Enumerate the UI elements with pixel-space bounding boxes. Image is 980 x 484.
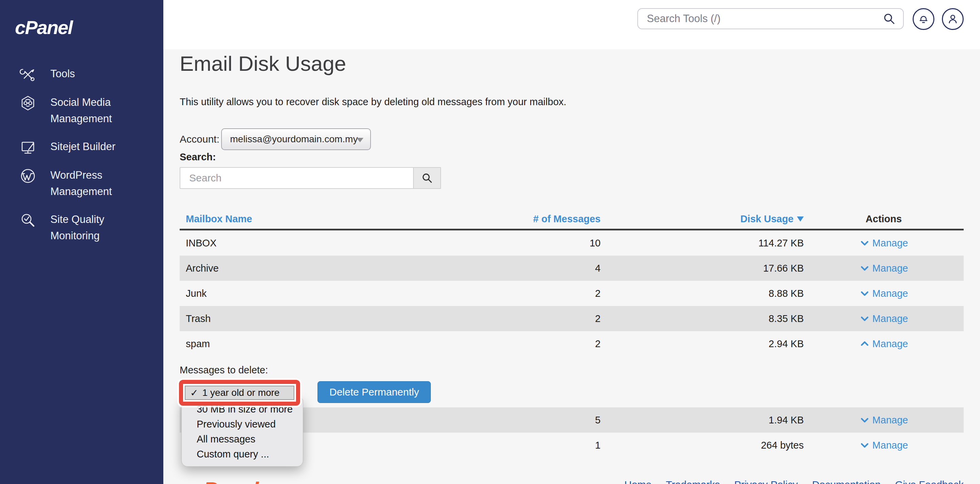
messages-to-delete-select[interactable]: ✓ 1 year old or more	[185, 385, 294, 400]
mailbox-search	[180, 167, 441, 189]
sidebar: cPanel Tools Social Media Management Sit…	[0, 0, 163, 484]
sidebar-nav: Tools Social Media Management Sitejet Bu…	[0, 66, 163, 244]
delete-permanently-button[interactable]: Delete Permanently	[318, 381, 431, 403]
tools-icon	[20, 66, 37, 83]
sidebar-item-label: WordPress Management	[50, 167, 135, 200]
mailbox-search-input[interactable]	[180, 167, 414, 189]
annotation-highlight-box: ✓ 1 year old or more	[179, 380, 300, 406]
bell-icon	[917, 13, 930, 25]
manage-link-expanded[interactable]: Manage	[859, 338, 908, 350]
sort-messages[interactable]: # of Messages	[533, 213, 601, 224]
sidebar-item-wordpress[interactable]: WordPress Management	[20, 167, 151, 200]
option-all-messages[interactable]: All messages	[182, 431, 303, 447]
sidebar-item-label: Tools	[50, 66, 75, 83]
topbar	[163, 0, 980, 49]
chevron-down-icon	[859, 415, 870, 425]
manage-link[interactable]: Manage	[859, 440, 908, 451]
footer-link-give-feedback[interactable]: Give Feedback	[895, 479, 964, 484]
manage-link[interactable]: Manage	[859, 415, 908, 426]
chevron-down-icon	[859, 263, 870, 273]
footer-cpanel-logo: cPanel	[192, 478, 258, 484]
selected-option-label: 1 year old or more	[202, 387, 279, 398]
footer-link-privacy-policy[interactable]: Privacy Policy	[734, 479, 798, 484]
page-description: This utility allows you to recover disk …	[180, 96, 566, 108]
search-icon	[421, 172, 433, 184]
table-header-row: Mailbox Name # of Messages Disk Usage Ac…	[180, 209, 964, 231]
table-row: Archive 4 17.66 KB Manage	[180, 256, 964, 281]
manage-link[interactable]: Manage	[859, 263, 908, 274]
manage-link[interactable]: Manage	[859, 313, 908, 324]
footer-link-trademarks[interactable]: Trademarks	[666, 479, 720, 484]
social-media-icon	[20, 94, 37, 111]
chevron-down-icon	[859, 440, 870, 450]
table-row-spam-expanded: spam 2 2.94 KB Manage	[180, 331, 964, 357]
sidebar-item-social-media[interactable]: Social Media Management	[20, 94, 151, 127]
sidebar-item-site-quality[interactable]: Site Quality Monitoring	[20, 211, 151, 244]
actions-header: Actions	[804, 213, 964, 224]
sitejet-builder-icon	[20, 139, 37, 156]
footer-link-documentation[interactable]: Documentation	[812, 479, 881, 484]
search-label: Search:	[180, 151, 216, 163]
tools-search	[637, 8, 904, 29]
footer-link-home[interactable]: Home	[624, 479, 652, 484]
sidebar-item-tools[interactable]: Tools	[20, 66, 151, 83]
table-row: INBOX 10 114.27 KB Manage	[180, 231, 964, 256]
manage-link[interactable]: Manage	[859, 237, 908, 249]
cpanel-logo: cPanel	[15, 16, 163, 38]
footer-links: Home Trademarks Privacy Policy Documenta…	[624, 479, 964, 484]
tools-search-input[interactable]	[638, 13, 883, 25]
chevron-down-icon	[356, 138, 363, 142]
user-icon	[947, 13, 959, 25]
manage-link[interactable]: Manage	[859, 288, 908, 299]
mailbox-search-button[interactable]	[414, 167, 441, 189]
wordpress-icon	[20, 167, 37, 184]
checkmark-icon: ✓	[190, 387, 198, 398]
page-title: Email Disk Usage	[180, 51, 346, 76]
account-select-value: melissa@yourdomain.com.my	[230, 134, 358, 145]
account-label: Account:	[180, 134, 220, 145]
account-select[interactable]: melissa@yourdomain.com.my	[221, 128, 371, 150]
chevron-down-icon	[859, 314, 870, 324]
messages-to-delete-label: Messages to delete:	[180, 365, 268, 376]
chevron-down-icon	[859, 238, 870, 248]
site-quality-icon	[20, 211, 37, 228]
sidebar-item-sitejet[interactable]: Sitejet Builder	[20, 139, 151, 156]
table-row: Trash 2 8.35 KB Manage	[180, 306, 964, 331]
chevron-up-icon	[859, 339, 870, 349]
account-button[interactable]	[942, 8, 964, 30]
sidebar-item-label: Social Media Management	[50, 94, 135, 127]
sort-mailbox-name[interactable]: Mailbox Name	[186, 213, 252, 224]
sort-descending-icon	[797, 217, 804, 222]
table-row: Junk 2 8.88 KB Manage	[180, 281, 964, 306]
option-previously-viewed[interactable]: Previously viewed	[182, 417, 303, 431]
select-options-dropdown: 30 MB in size or more Previously viewed …	[181, 398, 303, 466]
search-icon[interactable]	[883, 12, 896, 25]
sidebar-item-label: Sitejet Builder	[50, 139, 115, 156]
chevron-down-icon	[859, 288, 870, 298]
sidebar-item-label: Site Quality Monitoring	[50, 211, 135, 244]
main-content: Email Disk Usage This utility allows you…	[163, 49, 980, 484]
notifications-button[interactable]	[913, 8, 934, 30]
option-custom-query[interactable]: Custom query ...	[182, 447, 303, 462]
sort-disk-usage[interactable]: Disk Usage	[740, 213, 804, 224]
